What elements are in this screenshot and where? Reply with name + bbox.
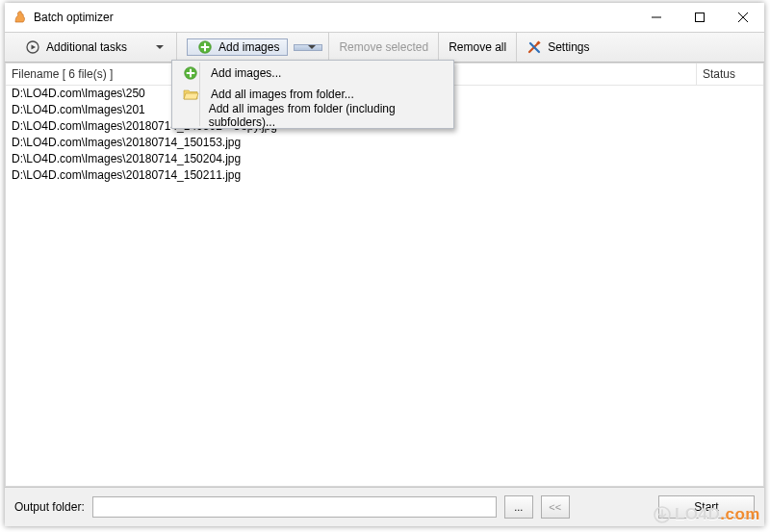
watermark: LO4D.com (654, 505, 760, 524)
svg-line-2 (738, 13, 748, 22)
add-images-button[interactable]: Add images (177, 33, 329, 62)
list-item[interactable]: D:\LO4D.com\Images\20180714_150211.jpg (6, 167, 763, 184)
menu-item-label: Add images... (211, 66, 281, 80)
play-icon (25, 39, 40, 55)
chevron-down-icon (308, 45, 316, 50)
add-images-label: Add images (218, 40, 279, 54)
remove-all-button[interactable]: Remove all (439, 33, 517, 62)
menu-item-label: Add all images from folder (including su… (209, 102, 442, 129)
list-item[interactable]: D:\LO4D.com\Images\20180714_150153.jpg (6, 135, 763, 151)
window-title: Batch optimizer (34, 11, 634, 24)
chevron-down-icon (156, 45, 164, 50)
list-item[interactable]: D:\LO4D.com\Images\20180714_150204.jpg (6, 151, 763, 167)
plus-icon (182, 64, 199, 82)
maximize-button[interactable] (678, 3, 721, 32)
remove-all-label: Remove all (449, 40, 506, 54)
app-icon (13, 10, 28, 25)
watermark-suffix: .com (720, 505, 760, 523)
watermark-text: LO4D (675, 505, 720, 523)
output-folder-input[interactable] (92, 496, 497, 518)
collapse-button[interactable]: << (541, 495, 570, 519)
content: Filename [ 6 file(s) ] Status D:\LO4D.co… (5, 63, 764, 526)
footer-bar: Output folder: ... << Start (5, 487, 764, 526)
additional-tasks-label: Additional tasks (46, 40, 127, 54)
settings-button[interactable]: Settings (517, 33, 599, 62)
settings-icon (526, 39, 542, 55)
menu-item-add-images[interactable]: Add images... (174, 63, 451, 84)
column-status[interactable]: Status (697, 63, 763, 85)
titlebar: Batch optimizer (5, 3, 764, 32)
download-icon (654, 506, 671, 523)
add-images-menu: Add images... Add all images from folder… (171, 60, 454, 129)
browse-button[interactable]: ... (504, 495, 533, 519)
menu-item-label: Add all images from folder... (211, 88, 354, 101)
remove-selected-label: Remove selected (339, 40, 428, 54)
remove-selected-button[interactable]: Remove selected (329, 33, 439, 62)
menu-item-add-folder-recursive[interactable]: Add all images from folder (including su… (174, 105, 451, 126)
plus-icon (197, 39, 213, 55)
toolbar: Additional tasks Add images (5, 32, 764, 63)
settings-label: Settings (548, 40, 589, 54)
additional-tasks-button[interactable]: Additional tasks (5, 33, 177, 62)
minimize-button[interactable] (634, 3, 678, 32)
svg-rect-1 (695, 13, 704, 21)
svg-line-3 (738, 13, 748, 22)
output-folder-label: Output folder: (14, 500, 85, 514)
folder-icon (182, 86, 199, 103)
close-button[interactable] (721, 3, 764, 32)
